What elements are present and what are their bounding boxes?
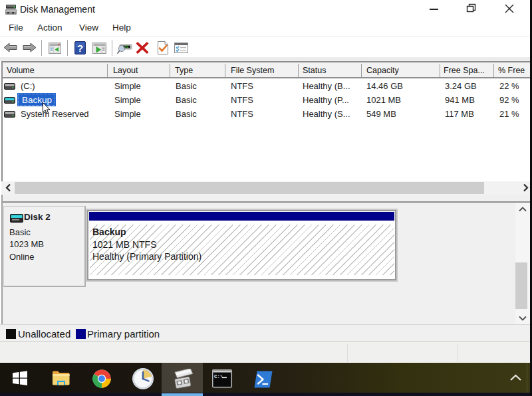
svg-text:01: 01 xyxy=(125,45,129,49)
svg-text:?: ? xyxy=(77,43,83,54)
svg-text:C:\: C:\ xyxy=(214,374,223,379)
